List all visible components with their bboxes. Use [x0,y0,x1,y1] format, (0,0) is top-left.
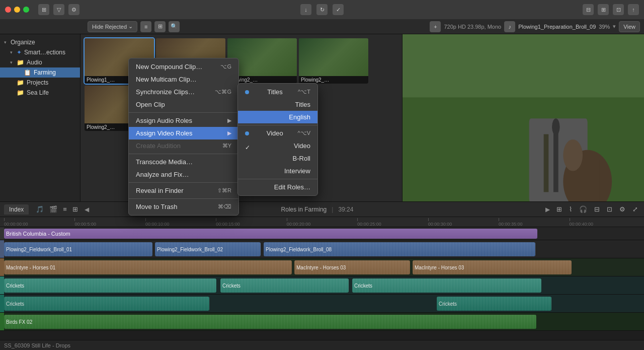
svg-point-7 [563,139,583,171]
timeline-clip-crickets4[interactable]: Crickets [4,297,209,311]
timeline-clip-video2[interactable]: Plowing2_Fieldwork_Broll_02 [155,242,261,256]
list-view-icon[interactable]: ≡ [140,21,151,32]
library-icon[interactable]: ⊞ [38,4,49,15]
submenu-item-interview[interactable]: Interview [238,165,317,177]
submenu-shortcut: ^⌥T [298,89,310,95]
timeline-clip-video3[interactable]: Plowing2_Fieldwork_Broll_08 [264,242,535,256]
nav-back-icon[interactable]: ◀ [83,205,91,214]
view-btn[interactable]: View [619,21,640,32]
timeline-clip-birds[interactable]: Birds FX 02 [4,315,536,329]
zoom-down-icon[interactable]: ▾ [613,23,616,30]
timeline-area: Index 🎵 🎬 ≡ ⊞ ◀ Roles in Farming | 39:24… [0,201,644,350]
headphone-icon[interactable]: 🎧 [577,204,589,214]
ruler-mark: 00:00:20:00 [287,218,357,227]
check-icon[interactable]: ✓ [333,4,344,15]
submenu-item-titles[interactable]: Titles [238,98,317,111]
timeline-clip-crickets2[interactable]: Crickets [220,278,349,293]
sidebar-item-organize[interactable]: ▾ Organize [0,37,80,47]
timeline-clip-audio1a[interactable]: MacIntyre - Horses 01 [4,260,292,274]
track-row-audio3: Crickets Crickets [0,295,644,313]
track-header-audio1 [0,258,4,276]
track-header [0,227,4,240]
menu-item-reveal-finder[interactable]: Reveal in Finder ⇧⌘R [129,184,238,197]
clip-thumbnail[interactable]: Plowing2_… [299,38,368,84]
submenu-item-label: Titles [295,101,310,108]
timeline-clip-crickets1[interactable]: Crickets [4,278,216,293]
ruler-mark: 00:00:15:00 [216,218,286,227]
grid-view-icon[interactable]: ⊞ [154,21,166,32]
sidebar-item-projects[interactable]: 📁 Projects [0,78,80,88]
nav-forward-icon[interactable]: ▶ [544,205,551,214]
menu-item-label: Reveal in Finder [136,187,184,194]
columns-icon[interactable]: ⊞ [70,204,80,214]
layout-icon[interactable]: ≡ [61,204,69,214]
submenu-item-video-dot[interactable]: Video ^⌥V [238,127,317,139]
menu-shortcut: ⌘⌫ [218,203,231,210]
timeline-label: Roles in Farming [281,206,327,213]
menu-item-assign-audio-roles[interactable]: Assign Audio Roles ▶ [129,114,238,127]
submenu-item-label: English [289,113,310,121]
clip-audio-icon[interactable]: ♪ [504,21,515,32]
submenu-separator [238,179,317,179]
menu-item-synchronize[interactable]: Synchronize Clips… ⌥⌘G [129,86,238,98]
minimize-button[interactable] [14,7,20,13]
submenu-item-edit-roles[interactable]: Edit Roles… [238,181,317,193]
submenu-item-broll[interactable]: B-Roll [238,152,317,165]
import-icon[interactable]: ▽ [53,4,64,15]
menu-item-transcode[interactable]: Transcode Media… [129,156,238,168]
sidebar-item-farming[interactable]: 📋 Farming [0,67,80,78]
panel-icon[interactable]: ⊡ [613,4,624,15]
settings-icon[interactable]: ⚙ [68,4,79,15]
menu-item-move-trash[interactable]: Move to Trash ⌘⌫ [129,200,238,213]
track-row: British Columbia - Custom [0,227,644,240]
add-clip-icon[interactable]: + [430,21,441,32]
audio-channels-icon[interactable]: ⊟ [592,204,602,214]
ruler-mark: 00:00:5:00 [74,218,145,227]
hide-rejected-btn[interactable]: Hide Rejected ⌄ [88,21,137,32]
task-icon[interactable]: ↻ [316,4,328,15]
menu-item-analyze[interactable]: Analyze and Fix… [129,168,238,181]
fullscreen-timeline-icon[interactable]: ⤢ [630,204,640,214]
sidebar-item-sea-life[interactable]: 📁 Sea Life [0,88,80,98]
menu-item-create-audition: Create Audition ⌘Y [129,139,238,152]
timeline-clip-audio1c[interactable]: MacIntyre - Horses 03 [413,260,572,274]
search-icon[interactable]: 🔍 [169,21,180,32]
menu-item-open-clip[interactable]: Open Clip [129,98,238,111]
submenu-item-titles-dot[interactable]: Titles ^⌥T [238,86,317,98]
menu-shortcut: ⇧⌘R [217,187,231,194]
track-row-audio2: Crickets Crickets Crickets [0,276,644,295]
menu-item-assign-video-roles[interactable]: Assign Video Roles ▶ [129,127,238,139]
menu-separator [129,182,238,183]
waveform-icon[interactable]: ⌇ [567,204,574,214]
submenu-item-label: Video [294,142,310,150]
spacer-icon [245,103,249,107]
clip-audio-icon2[interactable]: ⊡ [605,204,614,214]
sidebar-item-audio[interactable]: ▾ 📁 Audio [0,57,80,67]
submenu-item-label: Interview [284,167,310,175]
sidebar-item-label: Smart…ections [24,49,65,56]
fullscreen-button[interactable] [23,7,29,13]
submenu-item-english[interactable]: English [238,111,317,123]
timeline-settings-icon[interactable]: ⚙ [617,204,627,214]
menu-item-new-compound[interactable]: New Compound Clip… ⌥G [129,60,238,73]
export-icon[interactable]: ↑ [628,4,639,15]
audio-icon[interactable]: 🎵 [34,204,46,214]
grid-icon[interactable]: ⊞ [598,4,609,15]
timeline-clip-crickets5[interactable]: Crickets [437,297,551,311]
submenu-item-video-check[interactable]: ✓ Video [238,139,317,152]
video-icon[interactable]: 🎬 [47,204,59,214]
timeline-clip[interactable]: British Columbia - Custom [4,229,537,239]
submenu-assign-video-roles: Titles ^⌥T Titles English Video ^⌥V ✓ Vi… [237,83,318,196]
close-button[interactable] [5,7,11,13]
zoom-icon[interactable]: ⊞ [554,204,564,214]
timeline-clip-crickets3[interactable]: Crickets [352,278,541,293]
timeline-clip-video1[interactable]: Plowing2_Fieldwork_Broll_01 [4,242,152,256]
sidebar-item-smart-collections[interactable]: ▾ ✦ Smart…ections [0,47,80,57]
menu-shortcut: ⌥G [220,63,231,70]
index-tab[interactable]: Index [4,204,29,215]
timeline-clip-audio1b[interactable]: MacIntyre - Horses 03 [294,260,410,274]
projects-icon: 📁 [17,79,24,86]
sync-icon[interactable]: ↓ [300,4,311,15]
menu-item-new-multicam[interactable]: New Multicam Clip… [129,73,238,86]
window-layout-icon[interactable]: ⊟ [583,4,594,15]
